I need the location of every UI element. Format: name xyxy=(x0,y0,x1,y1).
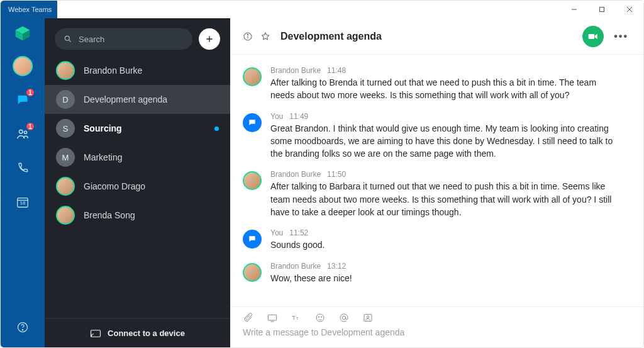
svg-rect-18 xyxy=(589,34,594,39)
message-author: Brandon Burke xyxy=(270,262,321,271)
svg-point-10 xyxy=(65,36,69,40)
svg-point-17 xyxy=(247,34,248,35)
conversation-title: Development agenda xyxy=(280,31,382,42)
rail-teams[interactable]: 1 xyxy=(13,124,33,144)
composer-placeholder: Write a message to Development agenda xyxy=(243,327,404,337)
search-input[interactable]: Search xyxy=(55,28,192,50)
svg-line-11 xyxy=(69,40,71,42)
info-icon xyxy=(243,31,253,42)
message-text: After talking to Brenda it turned out th… xyxy=(270,76,623,102)
space-item[interactable]: Brenda Song xyxy=(45,201,230,230)
message: You11:52Sounds good. xyxy=(243,228,626,251)
svg-point-5 xyxy=(24,131,26,133)
star-icon xyxy=(260,31,270,42)
text-format-icon: TT xyxy=(291,313,301,322)
avatar xyxy=(56,61,75,80)
message-author: You xyxy=(270,112,283,121)
svg-point-24 xyxy=(318,317,319,317)
space-info-button[interactable] xyxy=(243,31,253,42)
mention-button[interactable] xyxy=(338,312,350,323)
window-maximize-button[interactable] xyxy=(588,1,616,18)
space-name: Brenda Song xyxy=(84,210,219,220)
message-meta: Brandon Burke13:12 xyxy=(270,262,352,271)
window-close-button[interactable] xyxy=(616,1,643,18)
avatar xyxy=(243,67,262,86)
composer-area: TT Write a message to Development agenda xyxy=(230,306,643,347)
titlebar: Webex Teams xyxy=(1,1,643,18)
app-window: Webex Teams 1 1 xyxy=(0,0,644,348)
unread-indicator-icon xyxy=(214,126,219,131)
spaces-top: Search xyxy=(45,18,230,56)
composer-toolbar: TT xyxy=(230,307,643,323)
svg-point-23 xyxy=(316,314,324,322)
paperclip-icon xyxy=(243,313,253,323)
nav-rail: 1 1 18 xyxy=(1,18,45,347)
search-placeholder: Search xyxy=(79,35,104,44)
connect-device-button[interactable]: Connect to a device xyxy=(45,318,230,347)
rail-help[interactable] xyxy=(13,317,33,337)
format-button[interactable]: TT xyxy=(291,312,302,323)
space-item[interactable]: DDevelopment agenda xyxy=(45,85,230,114)
message-meta: You11:49 xyxy=(270,112,623,121)
svg-point-28 xyxy=(367,316,369,318)
emoji-icon xyxy=(315,313,325,323)
message-list[interactable]: Brandon Burke11:48After talking to Brend… xyxy=(230,55,643,306)
screen-capture-button[interactable] xyxy=(267,312,278,323)
add-button[interactable] xyxy=(199,28,220,50)
space-name: Development agenda xyxy=(84,94,219,104)
space-item[interactable]: MMarketing xyxy=(45,143,230,172)
message-text: Sounds good. xyxy=(270,239,325,251)
cast-icon xyxy=(90,329,101,338)
message-author: Brandon Burke xyxy=(270,170,321,179)
window-minimize-button[interactable] xyxy=(560,1,588,18)
message-meta: Brandon Burke11:50 xyxy=(270,170,623,179)
svg-point-26 xyxy=(342,316,345,319)
rail-chat[interactable]: 1 xyxy=(13,90,33,110)
favorite-button[interactable] xyxy=(260,31,270,42)
plus-icon xyxy=(205,35,214,43)
rail-calendar[interactable]: 18 xyxy=(13,192,33,212)
self-avatar-icon xyxy=(243,230,262,249)
svg-rect-19 xyxy=(268,315,276,320)
main-panel: Development agenda ••• Brandon Burke11:4… xyxy=(230,18,643,347)
message: Brandon Burke11:50After talking to Barba… xyxy=(243,170,626,218)
message-input[interactable]: Write a message to Development agenda xyxy=(230,323,643,347)
avatar xyxy=(243,263,262,282)
at-icon xyxy=(339,313,349,323)
avatar xyxy=(56,206,75,225)
more-button[interactable]: ••• xyxy=(611,31,631,42)
teams-badge: 1 xyxy=(25,121,35,132)
space-item[interactable]: SSourcing xyxy=(45,114,230,143)
avatar xyxy=(13,56,33,76)
space-name: Sourcing xyxy=(84,123,206,133)
space-name: Giacomo Drago xyxy=(84,181,219,191)
space-item[interactable]: Giacomo Drago xyxy=(45,172,230,201)
rail-my-avatar[interactable] xyxy=(13,56,33,76)
message-meta: Brandon Burke11:48 xyxy=(270,66,623,75)
chat-badge: 1 xyxy=(25,87,35,98)
video-icon xyxy=(588,33,598,40)
svg-text:T: T xyxy=(292,315,296,321)
attach-button[interactable] xyxy=(243,312,254,323)
video-call-button[interactable] xyxy=(582,26,604,47)
spaces-panel: Search Brandon BurkeDDevelopment agendaS… xyxy=(45,18,230,347)
rail-calls[interactable] xyxy=(13,158,33,178)
message-text: After talking to Barbara it turned out t… xyxy=(270,180,623,218)
app-title: Webex Teams xyxy=(1,1,57,18)
space-name: Brandon Burke xyxy=(84,65,219,76)
svg-point-9 xyxy=(22,330,23,330)
message-text: Wow, these are nice! xyxy=(270,272,352,284)
message-time: 13:12 xyxy=(327,262,346,271)
message-author: You xyxy=(270,228,283,237)
person-card-icon xyxy=(363,313,373,323)
connect-device-label: Connect to a device xyxy=(108,328,185,338)
emoji-button[interactable] xyxy=(314,312,326,323)
svg-point-4 xyxy=(19,130,23,134)
calendar-day: 18 xyxy=(20,200,26,206)
message: You11:49Great Brandon. I think that woul… xyxy=(243,112,626,160)
message-text: Great Brandon. I think that would give u… xyxy=(270,122,623,160)
person-card-button[interactable] xyxy=(362,312,374,323)
space-item[interactable]: Brandon Burke xyxy=(45,56,230,85)
avatar xyxy=(56,177,75,196)
message-author: Brandon Burke xyxy=(270,66,321,75)
